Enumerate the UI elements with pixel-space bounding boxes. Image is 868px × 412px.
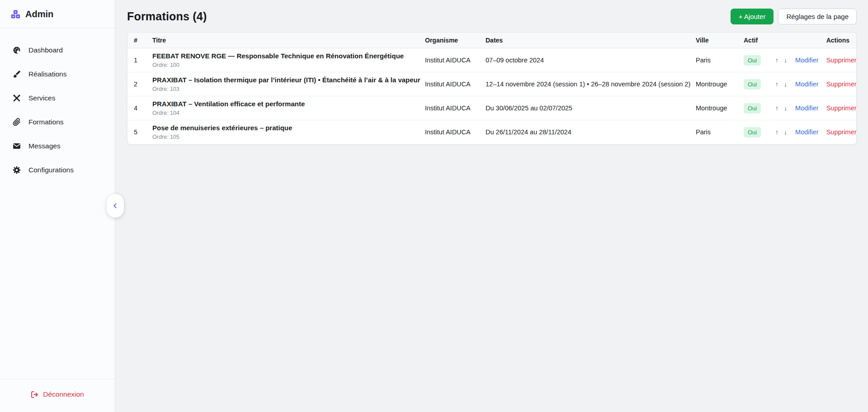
active-badge: Oui (744, 55, 761, 66)
cubes-logo-icon (11, 9, 20, 19)
edit-link[interactable]: Modifier (795, 104, 819, 112)
table-row: 1 FEEBAT RENOVE RGE — Responsable Techni… (127, 48, 856, 72)
actions-cell: ↑ ↓ Modifier Supprimer (774, 72, 856, 96)
move-up-button[interactable]: ↑ (774, 128, 780, 136)
column-header-actif: Actif (744, 33, 774, 48)
delete-link[interactable]: Supprimer (826, 128, 857, 136)
formation-order: Ordre: 104 (152, 110, 420, 116)
formation-title: FEEBAT RENOVE RGE — Responsable Techniqu… (152, 52, 420, 61)
row-number: 1 (127, 48, 152, 72)
logout-button[interactable]: Déconnexion (31, 390, 84, 398)
column-header-ville: Ville (696, 33, 744, 48)
move-down-button[interactable]: ↓ (782, 81, 789, 88)
actions-cell: ↑ ↓ Modifier Supprimer (774, 48, 856, 72)
formations-table-body: 1 FEEBAT RENOVE RGE — Responsable Techni… (127, 48, 856, 144)
organisme-cell: Institut AIDUCA (425, 96, 486, 120)
brand-label: Admin (25, 9, 53, 19)
chevron-left-icon (112, 203, 118, 209)
header-actions: + Ajouter Réglages de la page (731, 9, 857, 24)
column-header-num: # (127, 33, 152, 48)
sidebar-footer: Déconnexion (0, 379, 115, 412)
table-header-row: #TitreOrganismeDatesVilleActifActions (127, 33, 856, 48)
page-settings-button[interactable]: Réglages de la page (778, 9, 857, 24)
admin-app: Admin Dashboard Réalisations Services Fo… (0, 0, 868, 412)
gear-icon (12, 166, 21, 174)
page-header: Formations (4) + Ajouter Réglages de la … (127, 9, 857, 24)
add-button[interactable]: + Ajouter (731, 9, 774, 24)
edit-link[interactable]: Modifier (795, 128, 819, 136)
actif-cell: Oui (744, 120, 774, 144)
palette-icon (12, 46, 21, 54)
formation-title: PRAXIBAT – Isolation thermique par l’int… (152, 76, 420, 85)
formation-order: Ordre: 100 (152, 62, 420, 68)
sidebar-item-messages[interactable]: Messages (5, 137, 109, 156)
ville-cell: Paris (696, 48, 744, 72)
delete-link[interactable]: Supprimer (826, 81, 857, 88)
sidebar-item-dashboard[interactable]: Dashboard (5, 41, 109, 60)
edit-link[interactable]: Modifier (795, 57, 819, 64)
title-cell: Pose de menuiseries extérieures – pratiq… (152, 120, 425, 144)
table-row: 2 PRAXIBAT – Isolation thermique par l’i… (127, 72, 856, 96)
main-content: Formations (4) + Ajouter Réglages de la … (115, 0, 868, 412)
sign-out-icon (31, 391, 38, 398)
move-up-button[interactable]: ↑ (774, 104, 780, 112)
table-row: 4 PRAXIBAT – Ventilation efficace et per… (127, 96, 856, 120)
sidebar-nav: Dashboard Réalisations Services Formatio… (0, 28, 115, 180)
active-badge: Oui (744, 79, 761, 90)
formations-table: #TitreOrganismeDatesVilleActifActions 1 … (127, 33, 856, 144)
active-badge: Oui (744, 103, 761, 114)
ville-cell: Montrouge (696, 72, 744, 96)
move-down-button[interactable]: ↓ (782, 128, 789, 136)
move-down-button[interactable]: ↓ (782, 57, 789, 64)
formation-title: PRAXIBAT – Ventilation efficace et perfo… (152, 100, 420, 109)
sidebar-item-formations[interactable]: Formations (5, 113, 109, 132)
row-number: 4 (127, 96, 152, 120)
delete-link[interactable]: Supprimer (826, 57, 857, 64)
organisme-cell: Institut AIDUCA (425, 120, 486, 144)
tools-icon (12, 94, 21, 102)
logout-label: Déconnexion (43, 390, 84, 398)
formation-title: Pose de menuiseries extérieures – pratiq… (152, 124, 420, 133)
actif-cell: Oui (744, 48, 774, 72)
row-number: 5 (127, 120, 152, 144)
title-cell: FEEBAT RENOVE RGE — Responsable Techniqu… (152, 48, 425, 72)
actif-cell: Oui (744, 96, 774, 120)
column-header-dates: Dates (486, 33, 696, 48)
paperclip-icon (12, 118, 21, 126)
move-up-button[interactable]: ↑ (774, 81, 780, 88)
dates-cell: 12–14 novembre 2024 (session 1) • 26–28 … (486, 72, 696, 96)
page-title: Formations (4) (127, 10, 207, 23)
brand: Admin (0, 0, 115, 28)
actions-cell: ↑ ↓ Modifier Supprimer (774, 120, 856, 144)
sidebar-collapse-button[interactable] (107, 194, 124, 218)
sidebar-item-services[interactable]: Services (5, 89, 109, 108)
dates-cell: 07–09 octobre 2024 (486, 48, 696, 72)
formation-order: Ordre: 103 (152, 86, 420, 92)
active-badge: Oui (744, 127, 761, 137)
column-header-organisme: Organisme (425, 33, 486, 48)
ville-cell: Montrouge (696, 96, 744, 120)
sidebar: Admin Dashboard Réalisations Services Fo… (0, 0, 115, 412)
formations-table-card: #TitreOrganismeDatesVilleActifActions 1 … (127, 32, 857, 145)
dates-cell: Du 26/11/2024 au 28/11/2024 (486, 120, 696, 144)
delete-link[interactable]: Supprimer (826, 104, 857, 112)
formation-order: Ordre: 105 (152, 134, 420, 140)
edit-link[interactable]: Modifier (795, 81, 819, 88)
table-row: 5 Pose de menuiseries extérieures – prat… (127, 120, 856, 144)
title-cell: PRAXIBAT – Isolation thermique par l’int… (152, 72, 425, 96)
sidebar-item-realisations[interactable]: Réalisations (5, 65, 109, 84)
move-up-button[interactable]: ↑ (774, 57, 780, 64)
envelope-icon (12, 142, 21, 150)
column-header-titre: Titre (152, 33, 425, 48)
title-cell: PRAXIBAT – Ventilation efficace et perfo… (152, 96, 425, 120)
move-down-button[interactable]: ↓ (782, 104, 789, 112)
actions-cell: ↑ ↓ Modifier Supprimer (774, 96, 856, 120)
actif-cell: Oui (744, 72, 774, 96)
organisme-cell: Institut AIDUCA (425, 72, 486, 96)
row-number: 2 (127, 72, 152, 96)
organisme-cell: Institut AIDUCA (425, 48, 486, 72)
paintbrush-icon (12, 70, 21, 78)
sidebar-item-configurations[interactable]: Configurations (5, 161, 109, 180)
ville-cell: Paris (696, 120, 744, 144)
dates-cell: Du 30/06/2025 au 02/07/2025 (486, 96, 696, 120)
